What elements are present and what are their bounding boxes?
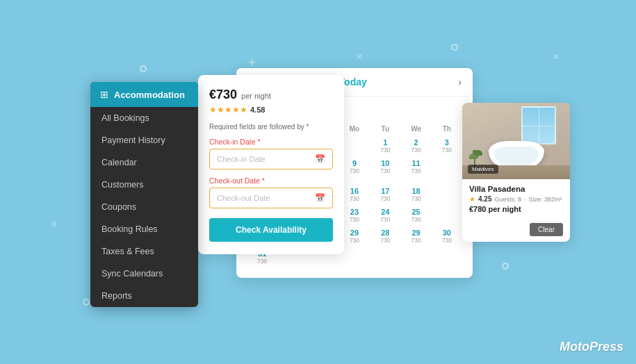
cal-day-9[interactable]: 9730 [340,157,369,183]
rating-value: 4.58 [250,106,265,114]
sidebar-item-calendar[interactable]: Calendar [90,151,198,174]
sidebar-item-all-bookings[interactable]: All Bookings [90,107,198,129]
checkin-group: Check-in Date * Check-in Date 📅 [209,138,333,169]
checkout-group: Check-out Date * Check-out Date 📅 [209,176,333,208]
cal-day-29b[interactable]: 29730 [401,226,430,246]
sidebar-item-taxes-fees[interactable]: Taxes & Fees [90,240,198,263]
sidebar-item-reports[interactable]: Reports [90,285,198,307]
prop-separator: · [524,196,526,203]
cal-day-29-row[interactable]: 29730 [340,226,369,246]
sidebar: ⊞ Accommodation All Bookings Payment His… [90,82,198,307]
cal-day-1[interactable]: 1730 [370,136,400,156]
sidebar-item-coupons[interactable]: Coupons [90,196,198,218]
prop-size: Size: 382m² [529,196,562,203]
accommodation-icon: ⊞ [100,89,108,100]
cal-day-18[interactable]: 18730 [401,185,430,204]
sidebar-title: Accommodation [114,90,185,100]
prop-price: €780 per night [469,205,563,213]
cal-day-empty-3 [340,136,369,156]
price-row: €730 per night [209,88,333,102]
cal-header-mo: Mo [340,123,369,135]
cal-day-24[interactable]: 24730 [370,206,400,225]
checkout-input[interactable]: Check-out Date 📅 [209,188,333,208]
checkout-label: Check-out Date * [209,176,333,185]
stars-row: ★★★★★ 4.58 [209,105,333,115]
cal-day-empty-8 [432,206,462,225]
checkin-label: Check-in Date * [209,138,333,146]
required-note: Required fields are followed by * [209,123,333,131]
calendar-icon-2: 📅 [315,193,325,203]
cal-day-28b[interactable]: 28730 [370,226,400,246]
prop-rating: 4.25 [478,195,491,203]
prop-guests: Guests: 8 [494,196,521,203]
cal-day-11[interactable]: 11730 [401,157,430,183]
price-period: per night [241,92,271,100]
checkin-placeholder: Check-in Date [217,155,266,163]
sidebar-item-sync-calendars[interactable]: Sync Calendars [90,263,198,285]
prop-star-icon: ★ [469,195,475,203]
star-rating: ★★★★★ [209,105,247,115]
clear-button[interactable]: Clear [530,223,563,236]
sidebar-header: ⊞ Accommodation [90,82,198,107]
cal-header-th: Th [432,123,462,135]
booking-panel: €730 per night ★★★★★ 4.58 Required field… [198,75,344,254]
cal-day-10[interactable]: 10730 [370,157,400,183]
property-meta: ★ 4.25 Guests: 8 · Size: 382m² [469,195,563,203]
cal-day-empty-6 [432,185,462,204]
property-card: Maldives Villa Pasadena ★ 4.25 Guests: 8… [462,103,570,242]
cal-day-3[interactable]: 3730 [432,136,462,156]
cal-day-30[interactable]: 30730 [432,226,462,246]
location-badge: Maldives [468,165,498,174]
property-image: Maldives [462,103,570,179]
price-amount: €730 [209,88,237,102]
cal-day-16[interactable]: 16730 [340,185,369,204]
sidebar-item-payment-history[interactable]: Payment History [90,129,198,151]
cal-day-2[interactable]: 2730 [401,136,430,156]
cal-day-empty-4 [432,157,462,183]
next-arrow[interactable]: › [458,76,462,88]
clear-btn-row: Clear [462,219,570,242]
motopress-logo: MotoPress [560,340,623,354]
sidebar-item-booking-rules[interactable]: Booking Rules [90,218,198,240]
check-availability-button[interactable]: Check Availability [209,218,333,242]
property-name: Villa Pasadena [469,185,563,193]
cal-day-23[interactable]: 23730 [340,206,369,225]
cal-day-17[interactable]: 17730 [370,185,400,204]
cal-header-tu: Tu [370,123,400,135]
checkout-placeholder: Check-out Date [217,194,270,202]
cal-day-25[interactable]: 25730 [401,206,430,225]
calendar-icon: 📅 [315,154,325,164]
checkin-input[interactable]: Check-in Date 📅 [209,149,333,169]
sidebar-item-customers[interactable]: Customers [90,174,198,196]
cal-header-we: We [401,123,430,135]
property-info: Villa Pasadena ★ 4.25 Guests: 8 · Size: … [462,179,570,219]
